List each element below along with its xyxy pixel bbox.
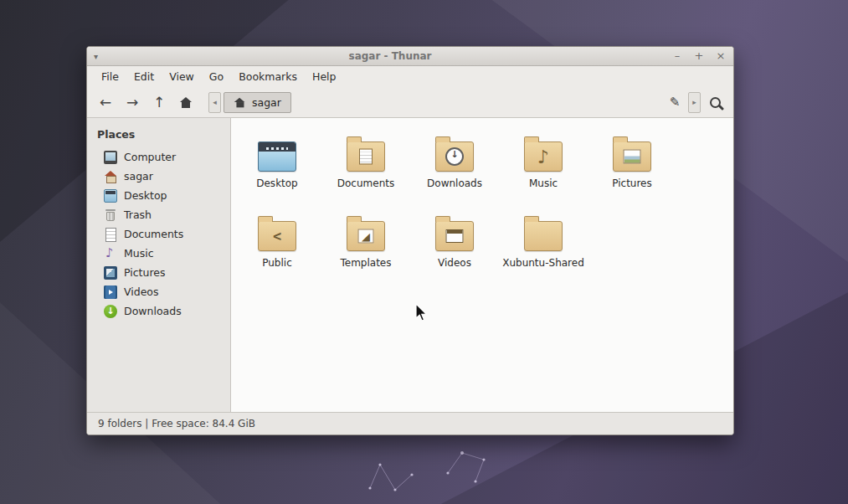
thunar-window: ▾ sagar - Thunar – + × File Edit View Go… [86, 46, 734, 435]
templates-folder-icon [347, 221, 385, 251]
arrow-right-icon: → [126, 94, 138, 111]
sidebar-item-music[interactable]: Music [87, 244, 230, 263]
maximize-button[interactable]: + [693, 50, 705, 62]
documents-folder-icon [347, 141, 385, 172]
path-button-sagar[interactable]: sagar [224, 92, 291, 113]
sidebar-item-desktop[interactable]: Desktop [87, 186, 230, 205]
sidebar-item-pictures[interactable]: Pictures [87, 263, 230, 282]
sidebar-item-label: Trash [124, 208, 152, 221]
file-label: Videos [438, 257, 471, 269]
window-title: sagar - Thunar [109, 50, 671, 62]
file-music[interactable]: Music [499, 131, 588, 211]
search-icon [710, 97, 721, 108]
file-view[interactable]: Desktop Documents Downloads Music Pictur… [231, 118, 733, 412]
file-label: Music [529, 177, 558, 189]
home-icon [104, 170, 117, 183]
menu-go[interactable]: Go [202, 66, 231, 87]
sidebar-item-label: Downloads [124, 305, 182, 317]
back-button[interactable]: ← [93, 90, 118, 114]
file-label: Public [262, 257, 292, 269]
path-bar: ◂ sagar ✎ ▸ [208, 91, 701, 113]
sidebar-item-label: Documents [124, 228, 183, 240]
sidebar-item-label: Videos [124, 285, 159, 298]
arrow-up-icon: ↑ [153, 94, 165, 111]
sidebar-item-downloads[interactable]: Downloads [87, 301, 230, 321]
forward-button[interactable]: → [120, 90, 145, 114]
sidebar-item-sagar[interactable]: sagar [87, 167, 230, 186]
menu-file[interactable]: File [94, 66, 126, 87]
music-note-icon [104, 247, 117, 260]
window-menu-icon[interactable]: ▾ [94, 52, 109, 61]
file-label: Desktop [256, 177, 298, 189]
menu-edit[interactable]: Edit [126, 66, 162, 87]
menu-bookmarks[interactable]: Bookmarks [231, 66, 305, 87]
sidebar-item-label: Computer [124, 151, 176, 163]
file-xubuntu-shared[interactable]: Xubuntu-Shared [499, 211, 588, 291]
sidebar-item-trash[interactable]: Trash [87, 205, 230, 224]
chevron-right-icon: ▸ [692, 98, 696, 106]
close-button[interactable]: × [715, 50, 727, 62]
chevron-left-icon: ◂ [213, 98, 217, 106]
constellation-decoration [352, 440, 511, 502]
toolbar: ← → ↑ ◂ sagar ✎ ▸ [87, 87, 733, 118]
public-folder-icon [258, 221, 296, 251]
downloads-folder-icon [435, 141, 474, 172]
sidebar-item-label: Pictures [124, 266, 166, 279]
file-templates[interactable]: Templates [321, 211, 410, 291]
music-folder-icon [524, 141, 563, 172]
mouse-cursor [415, 303, 429, 323]
places-heading: Places [97, 128, 230, 141]
status-text: 9 folders | Free space: 84.4 GiB [98, 418, 255, 429]
plain-folder-icon [524, 221, 563, 251]
computer-icon [104, 151, 117, 164]
menu-bar: File Edit View Go Bookmarks Help [87, 66, 733, 87]
file-public[interactable]: Public [233, 211, 321, 291]
file-documents[interactable]: Documents [321, 131, 410, 211]
home-icon [234, 97, 246, 107]
file-videos[interactable]: Videos [410, 211, 499, 291]
edit-path-button[interactable]: ✎ [664, 90, 686, 114]
pictures-folder-icon [613, 141, 651, 172]
file-desktop[interactable]: Desktop [233, 131, 321, 211]
status-bar: 9 folders | Free space: 84.4 GiB [87, 412, 733, 435]
file-label: Documents [337, 177, 394, 189]
path-button-label: sagar [252, 96, 281, 109]
sidebar-item-computer[interactable]: Computer [87, 147, 230, 167]
home-button[interactable] [173, 90, 198, 114]
download-icon [104, 305, 117, 318]
file-label: Pictures [612, 177, 652, 189]
sidebar-item-documents[interactable]: Documents [87, 224, 230, 244]
sidebar-item-label: sagar [124, 170, 153, 183]
desktop-folder-icon [258, 141, 296, 172]
file-downloads[interactable]: Downloads [410, 131, 499, 211]
title-bar[interactable]: ▾ sagar - Thunar – + × [87, 47, 733, 66]
file-pictures[interactable]: Pictures [588, 131, 676, 211]
picture-icon [104, 266, 117, 280]
file-label: Templates [340, 257, 391, 269]
desktop-icon [104, 189, 117, 203]
home-icon [180, 97, 193, 108]
file-label: Xubuntu-Shared [502, 257, 584, 269]
path-scroll-right-button[interactable]: ▸ [688, 92, 701, 113]
places-sidebar: Places Computer sagar Desktop Trash Docu… [87, 118, 231, 412]
document-icon [104, 228, 117, 241]
file-label: Downloads [427, 177, 482, 189]
video-icon [104, 285, 117, 299]
path-scroll-left-button[interactable]: ◂ [208, 92, 221, 113]
sidebar-item-label: Desktop [124, 189, 167, 202]
pencil-icon: ✎ [670, 95, 681, 110]
up-button[interactable]: ↑ [146, 90, 172, 114]
videos-folder-icon [435, 221, 474, 251]
menu-help[interactable]: Help [305, 66, 344, 87]
arrow-left-icon: ← [100, 94, 111, 111]
menu-view[interactable]: View [162, 66, 202, 87]
search-button[interactable] [702, 90, 727, 114]
file-grid: Desktop Documents Downloads Music Pictur… [231, 118, 733, 291]
sidebar-item-videos[interactable]: Videos [87, 282, 230, 301]
trash-icon [104, 208, 117, 222]
sidebar-item-label: Music [124, 247, 154, 260]
minimize-button[interactable]: – [671, 50, 683, 62]
